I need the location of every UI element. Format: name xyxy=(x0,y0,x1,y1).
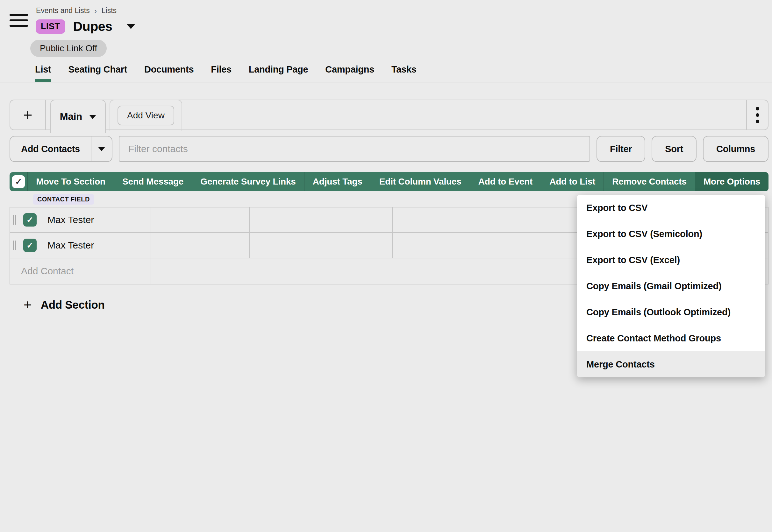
empty-cell[interactable] xyxy=(250,207,393,232)
add-contact-placeholder: Add Contact xyxy=(21,266,74,277)
empty-cell[interactable] xyxy=(151,207,250,232)
action-add-to-event[interactable]: Add to Event xyxy=(470,172,541,191)
action-generate-survey-links[interactable]: Generate Survey Links xyxy=(192,172,304,191)
column-header-contact-field: CONTACT FIELD xyxy=(33,194,94,205)
select-all-cell: ✓ xyxy=(10,172,27,191)
hamburger-menu-icon[interactable] xyxy=(10,14,28,27)
contact-name: Max Tester xyxy=(47,214,94,225)
select-all-checkbox[interactable]: ✓ xyxy=(12,175,25,188)
contacts-toolbar: Add Contacts Filter Sort Columns xyxy=(10,136,768,162)
public-link-toggle[interactable]: Public Link Off xyxy=(30,40,107,57)
add-contacts-dropdown-button[interactable] xyxy=(91,137,112,161)
views-overflow-menu-button[interactable] xyxy=(746,100,768,129)
list-type-badge: LIST xyxy=(36,19,65,34)
view-tab-main-label: Main xyxy=(60,111,82,123)
empty-cell[interactable] xyxy=(151,233,250,258)
add-contacts-button[interactable]: Add Contacts xyxy=(10,137,91,161)
tab-files[interactable]: Files xyxy=(211,64,232,82)
add-view-plus-icon[interactable]: + xyxy=(10,100,46,129)
header-divider xyxy=(0,82,772,82)
action-edit-column-values[interactable]: Edit Column Values xyxy=(371,172,470,191)
add-section-label: Add Section xyxy=(41,298,105,311)
menu-item-export-csv-excel[interactable]: Export to CSV (Excel) xyxy=(577,247,765,273)
view-dropdown-caret-icon[interactable] xyxy=(89,115,96,119)
tab-seating-chart[interactable]: Seating Chart xyxy=(68,64,127,82)
action-remove-contacts[interactable]: Remove Contacts xyxy=(604,172,695,191)
menu-item-copy-emails-outlook[interactable]: Copy Emails (Outlook Optimized) xyxy=(577,299,765,325)
page-header: Events and Lists › Lists LIST Dupes Publ… xyxy=(0,0,772,82)
menu-item-merge-contacts[interactable]: Merge Contacts xyxy=(577,351,765,377)
views-bar-spacer xyxy=(182,100,746,129)
more-options-dropdown-menu: Export to CSV Export to CSV (Semicolon) … xyxy=(577,195,765,377)
contact-name: Max Tester xyxy=(47,240,94,251)
contact-name-cell[interactable]: ✓ Max Tester xyxy=(10,207,151,232)
action-adjust-tags[interactable]: Adjust Tags xyxy=(305,172,371,191)
add-contacts-split-button[interactable]: Add Contacts xyxy=(10,136,112,162)
kebab-menu-icon xyxy=(756,107,759,123)
caret-down-icon xyxy=(98,147,105,151)
bulk-action-bar: ✓ Move To Section Send Message Generate … xyxy=(10,172,768,191)
row-checkbox[interactable]: ✓ xyxy=(23,239,37,252)
sort-button[interactable]: Sort xyxy=(652,136,697,162)
tab-documents[interactable]: Documents xyxy=(144,64,194,82)
tab-landing-page[interactable]: Landing Page xyxy=(249,64,308,82)
tab-campaigns[interactable]: Campaigns xyxy=(325,64,374,82)
breadcrumb-lists[interactable]: Lists xyxy=(102,6,116,15)
views-bar: + Main Add View xyxy=(10,100,768,130)
add-view-slot: Add View xyxy=(109,100,182,131)
menu-item-export-csv-semicolon[interactable]: Export to CSV (Semicolon) xyxy=(577,221,765,247)
contact-name-cell[interactable]: ✓ Max Tester xyxy=(10,233,151,258)
plus-icon: + xyxy=(24,298,32,312)
drag-handle-icon[interactable] xyxy=(13,215,16,225)
row-checkbox[interactable]: ✓ xyxy=(23,213,37,227)
action-add-to-list[interactable]: Add to List xyxy=(541,172,604,191)
breadcrumb-separator-icon: › xyxy=(95,7,97,15)
add-view-button[interactable]: Add View xyxy=(117,106,174,125)
breadcrumb: Events and Lists › Lists xyxy=(36,6,772,15)
filter-button[interactable]: Filter xyxy=(597,136,645,162)
empty-cell[interactable] xyxy=(250,233,393,258)
columns-button[interactable]: Columns xyxy=(703,136,768,162)
menu-item-create-contact-method-groups[interactable]: Create Contact Method Groups xyxy=(577,325,765,351)
action-move-to-section[interactable]: Move To Section xyxy=(28,172,114,191)
tab-list[interactable]: List xyxy=(35,64,51,82)
action-send-message[interactable]: Send Message xyxy=(114,172,192,191)
drag-handle-icon[interactable] xyxy=(13,241,16,250)
section-tabs: List Seating Chart Documents Files Landi… xyxy=(35,64,772,82)
title-dropdown-caret-icon[interactable] xyxy=(127,24,135,29)
add-contact-cell[interactable]: Add Contact xyxy=(10,258,151,284)
view-tab-main[interactable]: Main xyxy=(50,100,106,133)
tab-tasks[interactable]: Tasks xyxy=(391,64,417,82)
menu-item-export-csv[interactable]: Export to CSV xyxy=(577,195,765,221)
filter-contacts-input[interactable] xyxy=(119,136,590,162)
action-more-options[interactable]: More Options xyxy=(695,172,768,191)
menu-item-copy-emails-gmail[interactable]: Copy Emails (Gmail Optimized) xyxy=(577,273,765,299)
page-title: Dupes xyxy=(73,19,112,34)
breadcrumb-events-and-lists[interactable]: Events and Lists xyxy=(36,6,90,15)
